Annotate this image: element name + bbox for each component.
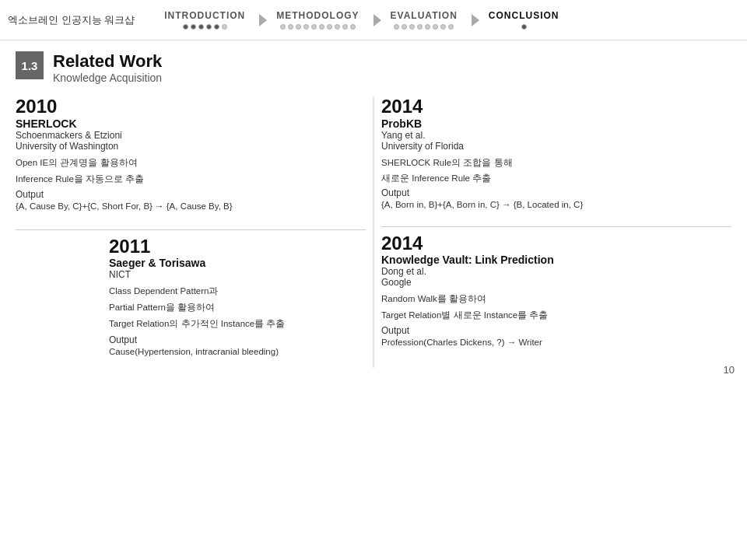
entry-name-saeger: Saeger & Torisawa <box>109 257 366 269</box>
nav-brand: 엑소브레인 인공지능 워크샵 <box>8 13 135 27</box>
nav-dot <box>319 24 324 30</box>
nav-item-methodology[interactable]: METHODOLOGY <box>259 10 373 30</box>
entry-output-label-sherlock: Output <box>16 189 366 200</box>
horizontal-divider-right <box>381 226 731 227</box>
nav-arrow <box>259 14 267 26</box>
entry-desc1-saeger: Class Dependent Pattern과 <box>109 285 366 298</box>
entry-2011: 2011 Saeger & Torisawa NICT Class Depend… <box>109 236 366 359</box>
entry-name-probkb: ProbKB <box>381 117 731 130</box>
entry-output-label-kvault: Output <box>381 325 731 336</box>
section-subtitle: Knowledge Acquisition <box>53 72 162 84</box>
nav-dot <box>288 24 293 30</box>
right-column: 2014 ProbKB Yang et al. University of Fl… <box>381 96 731 368</box>
horizontal-divider <box>16 229 366 230</box>
section-header: 1.3 Related Work Knowledge Acquisition <box>16 51 731 84</box>
nav-item-evaluation[interactable]: EVALUATION <box>374 10 472 30</box>
nav-item-conclusion[interactable]: CONCLUSION <box>472 10 573 30</box>
entry-2014-probkb: 2014 ProbKB Yang et al. University of Fl… <box>381 96 731 212</box>
nav-item-introduction[interactable]: INTRODUCTION <box>150 10 259 30</box>
entry-name-kvault: Knowledge Vault: Link Prediction <box>381 254 731 266</box>
entry-year-2011: 2011 <box>109 236 366 257</box>
column-divider <box>374 96 374 368</box>
nav-dot <box>402 24 407 30</box>
nav-dot <box>327 24 332 30</box>
nav-dot <box>222 24 227 30</box>
entry-rule2-probkb: 새로운 Inference Rule 추출 <box>381 172 731 185</box>
nav-dot <box>433 24 438 30</box>
nav-dot <box>342 24 348 30</box>
nav-dot <box>394 24 399 30</box>
nav-dot <box>280 24 286 30</box>
main-content: 1.3 Related Work Knowledge Acquisition 2… <box>0 40 747 379</box>
entry-org-sherlock: University of Washington <box>16 141 366 152</box>
section-number: 1.3 <box>16 51 44 79</box>
entry-author-kvault: Dong et al. <box>381 266 731 277</box>
nav-dot <box>335 24 340 30</box>
nav-dot <box>425 24 430 30</box>
top-nav: 엑소브레인 인공지능 워크샵 INTRODUCTION METHODOLOGY <box>0 0 747 40</box>
entry-desc1-sherlock: Open IE의 관계명을 활용하여 <box>16 156 366 170</box>
nav-arrow <box>374 14 381 26</box>
entry-output-kvault: Profession(Charles Dickens, ?) → Writer <box>381 336 731 349</box>
nav-dot <box>303 24 309 30</box>
nav-arrow <box>472 14 479 26</box>
section-title-group: Related Work Knowledge Acquisition <box>53 51 162 84</box>
nav-dot <box>206 24 212 30</box>
section-title: Related Work <box>53 51 162 72</box>
nav-label-conclusion: CONCLUSION <box>489 10 559 21</box>
entry-year-kvault: 2014 <box>381 233 731 254</box>
entry-org-nict: NICT <box>109 269 366 280</box>
nav-label-evaluation: EVALUATION <box>391 10 458 21</box>
entry-author-probkb: Yang et al. <box>381 130 731 141</box>
nav-dots-methodology <box>280 24 356 30</box>
entry-output-label-saeger: Output <box>109 334 366 345</box>
entry-year-probkb: 2014 <box>381 96 731 117</box>
nav-dot <box>183 24 188 30</box>
nav-dots-introduction <box>183 24 227 30</box>
entry-2014-kvault: 2014 Knowledge Vault: Link Prediction Do… <box>381 233 731 350</box>
entry-output-sherlock: {A, Cause By, C}+{C, Short For, B} → {A,… <box>16 200 366 213</box>
nav-dot <box>448 24 454 30</box>
nav-dot <box>214 24 219 30</box>
entry-output-probkb: {A, Born in, B}+{A, Born in, C} → {B, Lo… <box>381 198 731 212</box>
nav-label-introduction: INTRODUCTION <box>164 10 245 21</box>
entry-year-2010: 2010 <box>16 96 366 117</box>
entry-output-label-probkb: Output <box>381 187 731 198</box>
entry-desc1-kvault: Random Walk를 활용하여 <box>381 292 731 306</box>
nav-dot <box>198 24 204 30</box>
nav-dot <box>350 24 356 30</box>
entry-desc2-kvault: Target Relation별 새로운 Instance를 추출 <box>381 309 731 322</box>
nav-dot <box>409 24 415 30</box>
entry-org-probkb: University of Florida <box>381 141 731 152</box>
entry-desc3-saeger: Target Relation의 추가적인 Instance를 추출 <box>109 317 366 331</box>
nav-dot <box>311 24 317 30</box>
nav-dot <box>440 24 446 30</box>
entry-desc2-sherlock: Inference Rule을 자동으로 추출 <box>16 173 366 186</box>
entry-name-sherlock: SHERLOCK <box>16 117 366 130</box>
entry-author-sherlock: Schoenmackers & Etzioni <box>16 130 366 141</box>
entry-output-saeger: Cause(Hypertension, intracranial bleedin… <box>109 345 366 359</box>
nav-dots-conclusion <box>521 24 527 30</box>
entry-org-kvault: Google <box>381 277 731 288</box>
nav-dots-evaluation <box>394 24 454 30</box>
nav-dot <box>417 24 423 30</box>
content-grid: 2010 SHERLOCK Schoenmackers & Etzioni Un… <box>16 96 731 368</box>
nav-dot <box>191 24 196 30</box>
nav-dot <box>296 24 301 30</box>
left-column: 2010 SHERLOCK Schoenmackers & Etzioni Un… <box>16 96 366 368</box>
entry-desc2-saeger: Partial Pattern을 활용하여 <box>109 301 366 314</box>
nav-dot <box>521 24 527 30</box>
entry-2010: 2010 SHERLOCK Schoenmackers & Etzioni Un… <box>16 96 366 213</box>
entry-rule1-probkb: SHERLOCK Rule의 조합을 통해 <box>381 156 731 170</box>
nav-label-methodology: METHODOLOGY <box>276 10 359 21</box>
page-number: 10 <box>724 364 735 376</box>
